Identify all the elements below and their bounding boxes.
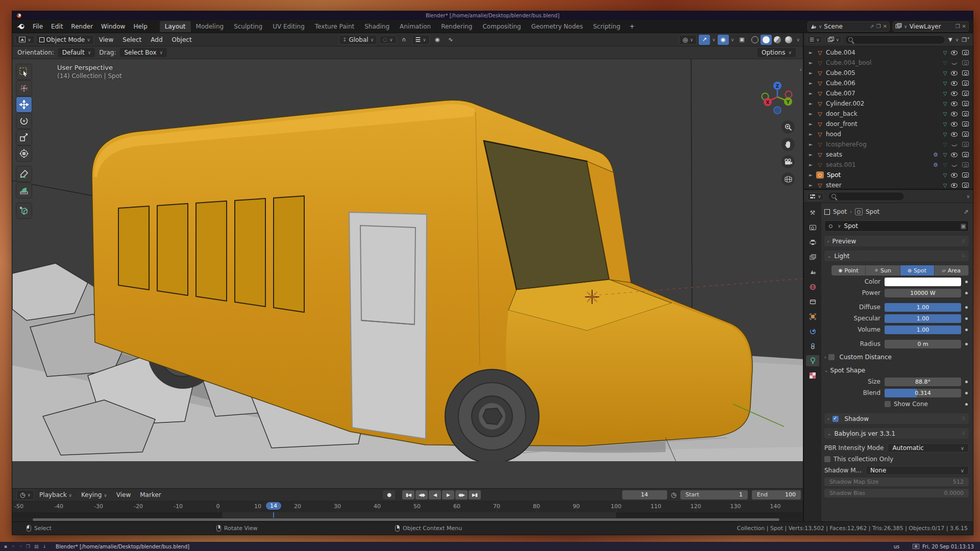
tab-shading[interactable]: Shading: [359, 21, 395, 32]
animate-dot[interactable]: [965, 392, 968, 394]
camera-icon[interactable]: [962, 152, 969, 157]
editor-type-selector[interactable]: ∨: [15, 35, 35, 44]
cursor-tool[interactable]: [16, 81, 32, 96]
outliner-item[interactable]: ►▽seats.001⚙▽: [809, 160, 971, 170]
new-collection-button[interactable]: ❐+: [962, 36, 970, 43]
menu-edit[interactable]: Edit: [47, 21, 67, 32]
outliner-item[interactable]: ►▽steer▽: [809, 180, 971, 189]
window-titlebar[interactable]: Blender* [/home/amalie/Desktop/blender/b…: [12, 11, 973, 20]
chevron-down-icon[interactable]: ∨: [731, 37, 734, 42]
tab-geometry-nodes[interactable]: Geometry Nodes: [526, 21, 588, 32]
outliner-item[interactable]: ►▽door_back▽: [809, 109, 971, 119]
outliner-item[interactable]: ►▽IcosphereFog▽: [809, 139, 971, 149]
camera-view-button[interactable]: [781, 155, 795, 168]
camera-disabled-icon[interactable]: [962, 142, 969, 147]
eye-icon[interactable]: [951, 91, 958, 96]
scale-tool[interactable]: [16, 130, 32, 145]
panel-preview[interactable]: ›Preview⠿: [824, 236, 969, 246]
outliner-item[interactable]: ►▽Cube.005▽: [809, 68, 971, 78]
expand-icon[interactable]: ►: [809, 101, 814, 106]
eye-closed-icon[interactable]: [951, 61, 958, 65]
taskbar-window-title[interactable]: Blender* [/home/amalie/Desktop/blender/b…: [56, 544, 189, 549]
start-frame-field[interactable]: Start1: [680, 490, 748, 499]
expand-icon[interactable]: ►: [809, 60, 814, 65]
tab-tool[interactable]: ⚒: [806, 207, 819, 218]
outliner-item[interactable]: ►▽door_front▽: [809, 119, 971, 129]
shield-icon[interactable]: ▣: [961, 222, 966, 230]
taskbar-window-icon[interactable]: ❐: [26, 544, 30, 549]
expand-icon[interactable]: ►: [809, 162, 814, 167]
pan-button[interactable]: [781, 138, 795, 151]
playhead[interactable]: [273, 512, 274, 518]
outliner-item[interactable]: ►▽Cylinder.002▽: [809, 98, 971, 109]
snap-settings-selector[interactable]: ☰ ∨: [412, 35, 430, 45]
menu-render[interactable]: Render: [67, 21, 97, 32]
blender-logo-icon[interactable]: [16, 23, 26, 30]
outliner-item[interactable]: ►▽seats⚙▽: [809, 149, 971, 160]
tab-texture[interactable]: [806, 370, 819, 381]
tab-render[interactable]: [806, 222, 819, 233]
next-keyframe-button[interactable]: ◆▶: [455, 490, 468, 499]
diffuse-slider[interactable]: 1.00: [885, 303, 961, 312]
eye-icon[interactable]: [951, 81, 958, 86]
prev-keyframe-button[interactable]: ◀◆: [415, 490, 428, 499]
tab-physics[interactable]: [806, 325, 819, 337]
eye-icon[interactable]: [951, 112, 958, 116]
eye-closed-icon[interactable]: [951, 143, 958, 146]
camera-disabled-icon[interactable]: [962, 162, 969, 167]
tab-scene[interactable]: [806, 266, 819, 278]
menu-file[interactable]: File: [29, 21, 47, 32]
tab-constraints[interactable]: [806, 340, 819, 352]
expand-icon[interactable]: ►: [809, 91, 814, 96]
add-cube-tool[interactable]: [16, 203, 32, 218]
chevron-down-icon[interactable]: ∨: [712, 37, 716, 42]
copy-icon[interactable]: ❐: [876, 23, 881, 29]
custom-distance-checkbox[interactable]: [828, 354, 835, 360]
menu-help[interactable]: Help: [129, 21, 151, 32]
orientation-setting-dropdown[interactable]: Default ∨: [58, 48, 95, 57]
copy-icon[interactable]: ❐: [955, 23, 960, 29]
pivot-point-selector[interactable]: ◌ ∨: [379, 35, 396, 44]
tab-object[interactable]: [806, 311, 819, 322]
tab-rendering[interactable]: Rendering: [436, 21, 477, 32]
taskbar-clock[interactable]: Fri, 20 Sep 01:13:13: [922, 544, 974, 549]
eye-closed-icon[interactable]: [951, 163, 958, 167]
expand-icon[interactable]: ►: [809, 142, 814, 147]
annotate-tool[interactable]: [16, 166, 32, 182]
options-dropdown[interactable]: Options ∨: [757, 48, 796, 57]
tab-animation[interactable]: Animation: [395, 21, 436, 32]
end-frame-field[interactable]: End100: [752, 490, 801, 499]
expand-icon[interactable]: ►: [809, 121, 814, 127]
scene-selector[interactable]: ∨ Scene ⇗ ❐ ✕: [807, 21, 890, 32]
shading-solid-button[interactable]: [761, 35, 772, 45]
timeline-ruler[interactable]: -50 -40 -30 -20 -10 0 10 20 30 40 50 60 …: [12, 502, 803, 513]
size-field[interactable]: 88.8°: [885, 378, 961, 386]
outliner-item[interactable]: ►▽Cube.004_bool▽: [809, 58, 971, 68]
select-box-tool[interactable]: [16, 64, 32, 80]
tab-modeling[interactable]: Modeling: [191, 21, 229, 32]
chevron-down-icon[interactable]: ∨: [796, 37, 800, 42]
animate-dot[interactable]: [965, 317, 968, 320]
tray-icon[interactable]: ▦: [913, 544, 919, 549]
eye-icon[interactable]: [951, 71, 958, 76]
outliner-search-input[interactable]: [845, 35, 945, 44]
menu-window[interactable]: Window: [97, 21, 129, 32]
animate-dot[interactable]: [965, 306, 968, 309]
funnel-filter-icon[interactable]: ▼: [948, 37, 952, 42]
falloff-selector[interactable]: ∿: [445, 35, 456, 45]
auto-keying-toggle[interactable]: ●: [383, 490, 395, 499]
camera-icon[interactable]: [962, 183, 969, 188]
viewport-menu-add[interactable]: Add: [146, 35, 166, 45]
orientation-selector[interactable]: ↧ Global ∨: [339, 35, 377, 45]
expand-icon[interactable]: ►: [809, 172, 814, 178]
animate-dot[interactable]: [965, 292, 968, 294]
zoom-button[interactable]: [781, 120, 795, 134]
proportional-edit-toggle[interactable]: ◉: [432, 35, 443, 45]
camera-icon[interactable]: [962, 81, 969, 86]
camera-icon[interactable]: [962, 50, 969, 55]
timeline-editor-selector[interactable]: ◷ ∨: [16, 490, 34, 500]
taskbar-window-icon[interactable]: ▤: [34, 544, 39, 549]
shading-wireframe-button[interactable]: [749, 35, 761, 45]
scrollbar-thumb[interactable]: [33, 518, 779, 521]
eye-icon[interactable]: [951, 132, 958, 137]
